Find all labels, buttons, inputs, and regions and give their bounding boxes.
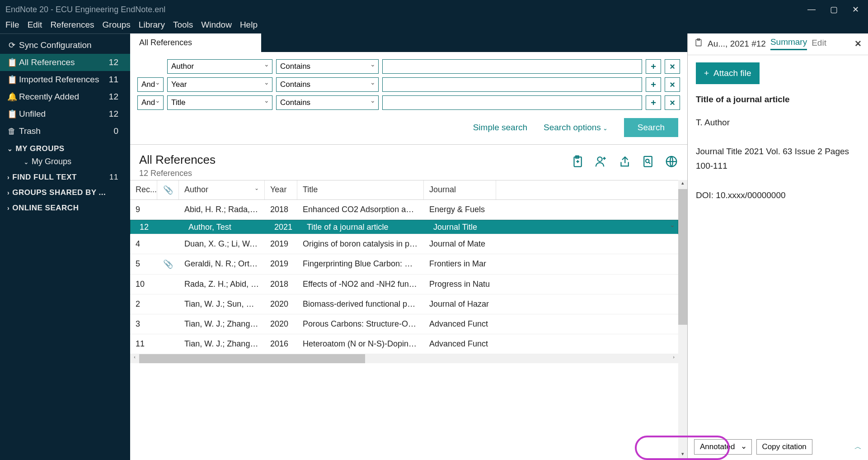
tab-all-references[interactable]: All References bbox=[130, 33, 261, 52]
sidebar-group-online[interactable]: › ONLINE SEARCH bbox=[0, 199, 130, 214]
clipboard-icon: 📋 bbox=[7, 109, 16, 119]
sidebar-sub-mygroups[interactable]: ⌄ My Groups bbox=[0, 155, 130, 168]
chevron-right-icon: › bbox=[7, 204, 9, 212]
tab-edit[interactable]: Edit bbox=[812, 38, 826, 50]
remove-row-button[interactable]: × bbox=[665, 77, 680, 92]
tab-summary[interactable]: Summary bbox=[770, 37, 807, 50]
copy-clipboard-icon[interactable] bbox=[571, 155, 584, 171]
bool-select[interactable]: And bbox=[137, 77, 164, 92]
menu-references[interactable]: References bbox=[50, 20, 94, 30]
search-doc-icon[interactable] bbox=[641, 155, 655, 171]
search-value-input[interactable] bbox=[382, 59, 642, 74]
sidebar-item-recently-added[interactable]: 🔔Recently Added12 bbox=[0, 88, 130, 105]
col-header-year[interactable]: Year bbox=[265, 180, 297, 199]
menu-window[interactable]: Window bbox=[201, 20, 232, 30]
close-icon[interactable]: ✕ bbox=[852, 5, 859, 14]
detail-doi: DOI: 10.xxxx/00000000 bbox=[696, 188, 860, 203]
paperclip-icon: 📎 bbox=[163, 185, 173, 194]
sidebar-item-unfiled[interactable]: 📋Unfiled12 bbox=[0, 105, 130, 123]
detail-author: T. Author bbox=[696, 115, 860, 130]
search-value-input[interactable] bbox=[382, 77, 642, 92]
col-header-journal[interactable]: Journal bbox=[424, 180, 496, 199]
paperclip-icon bbox=[157, 294, 179, 314]
add-user-icon[interactable] bbox=[594, 155, 608, 171]
remove-row-button[interactable]: × bbox=[665, 95, 680, 110]
table-row[interactable]: 4Duan, X. G.; Li, W. L.;...2019Origins o… bbox=[130, 234, 678, 254]
chevron-down-icon: ⌄ bbox=[254, 185, 259, 191]
col-header-rec[interactable]: Rec... bbox=[130, 180, 157, 199]
col-header-title[interactable]: Title bbox=[297, 180, 424, 199]
search-button[interactable]: Search bbox=[624, 118, 678, 137]
clipboard-icon: 📋 bbox=[7, 57, 16, 67]
sidebar-item-all-references[interactable]: 📋All References12 bbox=[0, 54, 130, 71]
paperclip-icon: 📎 bbox=[157, 254, 179, 274]
paperclip-icon bbox=[157, 200, 179, 219]
svg-rect-2 bbox=[644, 156, 652, 167]
menu-library[interactable]: Library bbox=[139, 20, 165, 30]
sync-icon: ⟳ bbox=[7, 40, 16, 50]
list-count: 12 References bbox=[139, 169, 216, 178]
simple-search-link[interactable]: Simple search bbox=[473, 123, 527, 133]
add-row-button[interactable]: + bbox=[646, 95, 661, 110]
bell-icon: 🔔 bbox=[7, 92, 16, 102]
sidebar-group-findfulltext[interactable]: › FIND FULL TEXT 11 bbox=[0, 168, 130, 184]
title-bar: EndNote 20 - ECU Engineering EndNote.enl… bbox=[0, 0, 868, 19]
menu-help[interactable]: Help bbox=[240, 20, 258, 30]
horizontal-scrollbar[interactable]: ‹› bbox=[130, 354, 678, 363]
share-icon[interactable] bbox=[618, 155, 631, 171]
operator-select[interactable]: Contains bbox=[276, 77, 379, 92]
clipboard-icon bbox=[694, 38, 703, 50]
sidebar-item-trash[interactable]: 🗑Trash0 bbox=[0, 123, 130, 140]
detail-ref-name: Au..., 2021 #12 bbox=[708, 39, 766, 49]
add-row-button[interactable]: + bbox=[646, 77, 661, 92]
table-row[interactable]: 12Author, Test2021Title of a journal art… bbox=[130, 220, 678, 234]
web-icon[interactable] bbox=[665, 155, 678, 171]
search-options-link[interactable]: Search options⌄ bbox=[544, 123, 608, 133]
attach-file-button[interactable]: + Attach file bbox=[696, 62, 760, 84]
close-detail-icon[interactable]: ✕ bbox=[854, 38, 862, 49]
field-select[interactable]: Year bbox=[167, 77, 272, 92]
menu-groups[interactable]: Groups bbox=[103, 20, 131, 30]
field-select[interactable]: Title bbox=[167, 95, 272, 110]
paperclip-icon bbox=[161, 222, 183, 232]
citation-style-select[interactable]: Annotated bbox=[694, 439, 752, 455]
detail-pane: Au..., 2021 #12 Summary Edit ✕ + Attach … bbox=[687, 33, 868, 460]
table-row[interactable]: 3Tian, W. J.; Zhang, H....2020Porous Car… bbox=[130, 314, 678, 334]
table-row[interactable]: 9Abid, H. R.; Rada, Z. ...2018Enhanced C… bbox=[130, 200, 678, 220]
copy-citation-button[interactable]: Copy citation bbox=[756, 439, 812, 455]
minimize-icon[interactable]: — bbox=[807, 5, 816, 14]
sidebar: ⟳ Sync Configuration 📋All References12📋I… bbox=[0, 33, 130, 460]
sidebar-item-imported-references[interactable]: 📋Imported References11 bbox=[0, 71, 130, 88]
sidebar-sync[interactable]: ⟳ Sync Configuration bbox=[0, 37, 130, 54]
advanced-search: AuthorContains+×AndYearContains+×AndTitl… bbox=[130, 52, 687, 145]
search-value-input[interactable] bbox=[382, 95, 642, 110]
table-row[interactable]: 5📎Geraldi, N. R.; Orteg...2019Fingerprin… bbox=[130, 254, 678, 275]
operator-select[interactable]: Contains bbox=[276, 59, 379, 74]
clipboard-icon: 📋 bbox=[7, 75, 16, 85]
menu-edit[interactable]: Edit bbox=[28, 20, 42, 30]
chevron-down-icon: ⌄ bbox=[603, 125, 608, 132]
sidebar-group-mygroups[interactable]: ⌄ MY GROUPS bbox=[0, 140, 130, 155]
paperclip-icon bbox=[157, 275, 179, 294]
paperclip-icon bbox=[157, 234, 179, 254]
svg-point-1 bbox=[598, 157, 602, 161]
operator-select[interactable]: Contains bbox=[276, 95, 379, 110]
paperclip-icon bbox=[157, 314, 179, 334]
sidebar-group-shared[interactable]: › GROUPS SHARED BY ... bbox=[0, 184, 130, 199]
menu-file[interactable]: File bbox=[5, 20, 19, 30]
add-row-button[interactable]: + bbox=[646, 59, 661, 74]
table-row[interactable]: 11Tian, W. J.; Zhang, H....2016Heteroato… bbox=[130, 334, 678, 354]
col-header-attach[interactable]: 📎 bbox=[157, 180, 179, 199]
table-row[interactable]: 10Rada, Z. H.; Abid, H. ...2018Effects o… bbox=[130, 275, 678, 294]
field-select[interactable]: Author bbox=[167, 59, 272, 74]
maximize-icon[interactable]: ▢ bbox=[830, 5, 838, 14]
col-header-author[interactable]: Author⌄ bbox=[179, 180, 265, 199]
bool-select[interactable]: And bbox=[137, 95, 164, 110]
remove-row-button[interactable]: × bbox=[665, 59, 680, 74]
vertical-scrollbar[interactable]: ▴▾ bbox=[678, 180, 687, 460]
expand-up-icon[interactable]: ︿ bbox=[854, 442, 862, 452]
chevron-down-icon: ⌄ bbox=[23, 158, 29, 166]
menu-tools[interactable]: Tools bbox=[173, 20, 193, 30]
chevron-right-icon: › bbox=[7, 189, 9, 196]
table-row[interactable]: 2Tian, W. J.; Sun, H. Q....2020Biomass-d… bbox=[130, 294, 678, 314]
